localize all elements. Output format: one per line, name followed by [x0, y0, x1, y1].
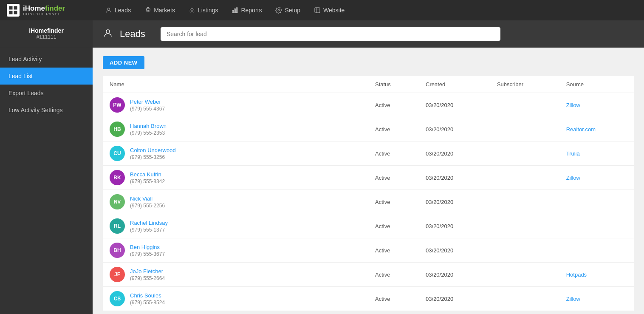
sidebar-app-name: iHomefinder [7, 27, 86, 34]
leads-tbody: PW Peter Weber (979) 555-4367 Active03/2… [103, 93, 634, 311]
svg-rect-8 [237, 8, 238, 13]
col-status: Status [368, 76, 419, 93]
source-link[interactable]: Hotpads [566, 272, 587, 278]
main-layout: iHomefinder #111111 Lead Activity Lead L… [0, 20, 644, 314]
lead-phone: (979) 555-3256 [130, 154, 176, 160]
lead-name-cell: BH Ben Higgins (979) 555-3677 [103, 238, 368, 263]
lead-phone: (979) 555-1377 [130, 227, 168, 233]
lead-created: 03/20/2020 [419, 141, 490, 166]
source-link[interactable]: Zillow [566, 175, 580, 181]
add-new-button[interactable]: ADD NEW [103, 56, 144, 69]
sidebar-item-lead-list[interactable]: Lead List [0, 68, 93, 85]
lead-phone: (979) 555-4367 [130, 106, 165, 112]
lead-avatar: PW [110, 97, 125, 113]
lead-name-cell: RL Rachel Lindsay (979) 555-1377 [103, 214, 368, 238]
lead-phone: (979) 555-2256 [130, 203, 165, 209]
sidebar-item-lead-activity[interactable]: Lead Activity [0, 51, 93, 68]
lead-name-cell: CU Colton Underwood (979) 555-3256 [103, 141, 368, 166]
nav-item-listings[interactable]: Listings [183, 3, 224, 17]
lead-created: 03/20/2020 [419, 190, 490, 214]
nav-item-reports[interactable]: Reports [226, 3, 268, 17]
lead-source[interactable]: Zillow [559, 93, 634, 117]
lead-name[interactable]: Chris Soules [130, 292, 165, 299]
svg-rect-7 [234, 9, 236, 13]
lead-status: Active [368, 190, 419, 214]
content-area: Leads ADD NEW Name Status Created Subscr… [93, 20, 644, 314]
source-link[interactable]: Trulia [566, 150, 580, 157]
lead-created: 03/20/2020 [419, 166, 490, 190]
lead-status: Active [368, 93, 419, 117]
lead-source [559, 190, 634, 214]
logo-box [7, 4, 20, 17]
lead-avatar: JF [110, 267, 125, 282]
col-created: Created [419, 76, 490, 93]
search-input[interactable] [161, 27, 500, 41]
lead-name-cell: BK Becca Kufrin (979) 555-8342 [103, 166, 368, 190]
lead-name-info: Becca Kufrin (979) 555-8342 [130, 171, 165, 184]
sidebar-account: iHomefinder #111111 [0, 20, 93, 47]
nav-item-website[interactable]: Website [308, 3, 350, 17]
lead-created: 03/20/2020 [419, 117, 490, 141]
lead-name[interactable]: Colton Underwood [130, 147, 176, 153]
page-title: Leads [120, 28, 145, 40]
lead-name-info: Rachel Lindsay (979) 555-1377 [130, 220, 168, 233]
lead-source[interactable]: Realtor.com [559, 117, 634, 141]
lead-name[interactable]: Rachel Lindsay [130, 220, 168, 226]
svg-rect-3 [14, 11, 17, 14]
lead-status: Active [368, 141, 419, 166]
lead-phone: (979) 555-2664 [130, 275, 165, 281]
source-link[interactable]: Zillow [566, 102, 580, 108]
lead-created: 03/20/2020 [419, 287, 490, 311]
lead-name-cell: HB Hannah Brown (979) 555-2353 [103, 117, 368, 141]
lead-name-cell: NV Nick Viall (979) 555-2256 [103, 190, 368, 214]
lead-avatar: HB [110, 122, 125, 137]
lead-source[interactable]: Zillow [559, 287, 634, 311]
table-row: NV Nick Viall (979) 555-2256 Active03/20… [103, 190, 634, 214]
col-source: Source [559, 76, 634, 93]
lead-subscriber [490, 263, 559, 287]
table-row: CU Colton Underwood (979) 555-3256 Activ… [103, 141, 634, 166]
svg-rect-10 [315, 8, 320, 13]
lead-subscriber [490, 214, 559, 238]
lead-name[interactable]: Nick Viall [130, 195, 165, 202]
lead-status: Active [368, 214, 419, 238]
lead-status: Active [368, 166, 419, 190]
lead-source [559, 238, 634, 263]
table-header: Name Status Created Subscriber Source [103, 76, 634, 93]
lead-avatar: BH [110, 243, 125, 258]
lead-name-info: Hannah Brown (979) 555-2353 [130, 123, 167, 136]
pagination-bar: 20 rows 50 rows 100 rows 1-9 of 9 result… [103, 311, 634, 314]
nav-item-markets[interactable]: Markets [138, 3, 181, 17]
nav-item-leads[interactable]: Leads [99, 3, 137, 17]
source-link[interactable]: Zillow [566, 296, 580, 302]
lead-name[interactable]: Ben Higgins [130, 244, 165, 250]
lead-created: 03/20/2020 [419, 214, 490, 238]
lead-created: 03/20/2020 [419, 263, 490, 287]
lead-name[interactable]: Becca Kufrin [130, 171, 165, 178]
table-row: PW Peter Weber (979) 555-4367 Active03/2… [103, 93, 634, 117]
sidebar-account-id: #111111 [7, 34, 86, 40]
table-row: RL Rachel Lindsay (979) 555-1377 Active0… [103, 214, 634, 238]
lead-name-info: Colton Underwood (979) 555-3256 [130, 147, 176, 160]
sidebar-item-export-leads[interactable]: Export Leads [0, 85, 93, 102]
lead-avatar: CS [110, 291, 125, 306]
lead-name[interactable]: JoJo Fletcher [130, 268, 165, 274]
lead-name-info: Ben Higgins (979) 555-3677 [130, 244, 165, 257]
sidebar-item-low-activity-settings[interactable]: Low Activity Settings [0, 102, 93, 119]
nav-item-setup[interactable]: Setup [269, 3, 306, 17]
source-link[interactable]: Realtor.com [566, 126, 596, 133]
lead-status: Active [368, 287, 419, 311]
lead-name[interactable]: Peter Weber [130, 99, 165, 105]
col-subscriber: Subscriber [490, 76, 559, 93]
lead-status: Active [368, 117, 419, 141]
lead-name[interactable]: Hannah Brown [130, 123, 167, 129]
sidebar-nav: Lead Activity Lead List Export Leads Low… [0, 47, 93, 122]
lead-source[interactable]: Zillow [559, 166, 634, 190]
lead-source[interactable]: Trulia [559, 141, 634, 166]
lead-name-info: JoJo Fletcher (979) 555-2664 [130, 268, 165, 281]
lead-source[interactable]: Hotpads [559, 263, 634, 287]
lead-phone: (979) 555-8524 [130, 300, 165, 306]
lead-subscriber [490, 287, 559, 311]
lead-avatar: NV [110, 194, 125, 209]
lead-created: 03/20/2020 [419, 93, 490, 117]
